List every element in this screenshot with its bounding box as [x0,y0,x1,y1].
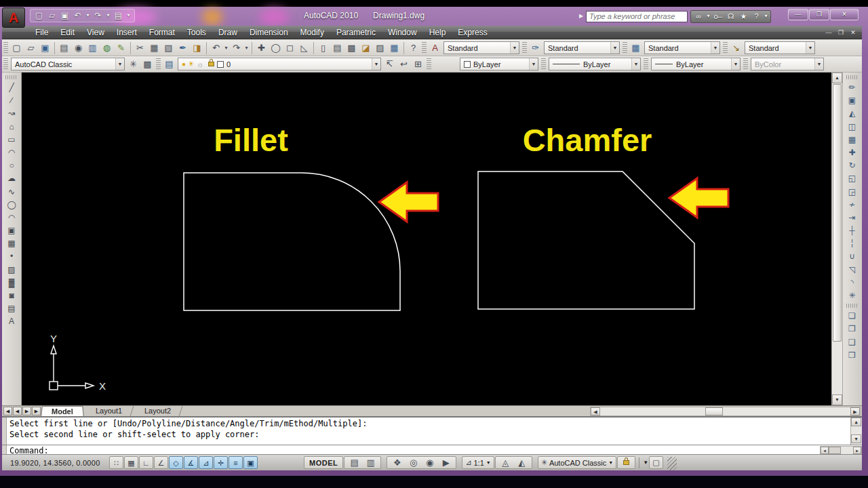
web-publish-icon[interactable]: ◍ [100,41,114,55]
canvas-horizontal-scrollbar[interactable]: ◀ ▶ [590,407,861,416]
new-icon[interactable]: ▢ [9,41,24,55]
first-tab-icon[interactable]: ◀ [3,407,12,415]
undo-dropdown-icon[interactable]: ▾ [223,41,229,55]
layout-space-icon[interactable]: ▥ [363,456,378,470]
binoculars-dropdown-icon[interactable]: ▾ [705,9,711,23]
toolbar-grip[interactable] [3,42,8,54]
snap-toggle[interactable]: ∷ [109,456,123,469]
menu-express[interactable]: Express [452,28,493,37]
grid-toggle[interactable]: ▦ [124,456,138,469]
plot-preview-icon[interactable]: ◉ [71,41,85,55]
chamfer-icon[interactable]: ◹ [843,264,861,277]
scroll-left-icon[interactable]: ◀ [821,447,829,454]
help-icon[interactable]: ? [406,41,420,55]
send-under-objects-icon[interactable]: ❒ [843,349,861,362]
next-tab-icon[interactable]: ▶ [22,407,31,415]
region-icon[interactable]: ◙ [2,289,21,302]
break-at-point-icon[interactable]: ┼ [843,224,861,237]
layer-dropdown[interactable]: ● ☀ ☼ 0 ▼ [178,58,381,70]
annotation-scale-button[interactable]: ⊿ 1:1 ▼ [462,456,494,469]
color-dropdown[interactable]: ByLayer ▼ [460,58,538,70]
construction-line-icon[interactable]: ∕ [2,94,21,107]
chevron-down-icon[interactable]: ▼ [806,42,814,54]
sheet-set-manager-icon[interactable]: ◪ [359,41,373,55]
block-editor-icon[interactable]: ◨ [190,41,204,55]
toolbar-grip[interactable] [156,58,161,70]
plot-icon[interactable]: ▤ [57,41,71,55]
join-icon[interactable]: ∪ [843,250,861,263]
search-arrow-icon[interactable]: ▶ [576,10,586,22]
zoom-status-icon[interactable]: ◎ [406,456,420,470]
fillet-icon[interactable]: ◝ [843,277,861,289]
command-vertical-scrollbar[interactable]: ▲ ▼ [850,418,862,445]
copy-clip-icon[interactable]: ▦ [147,41,161,55]
showmotion-icon[interactable]: ▶ [439,456,453,470]
maximize-button[interactable]: ❐ [809,9,829,20]
layer-on-icon[interactable]: ● [182,60,186,68]
redo-icon[interactable]: ↷ [229,41,243,55]
scroll-down-icon[interactable]: ▼ [832,394,842,405]
chamfer-shape[interactable] [478,171,694,309]
dyn-toggle[interactable]: ✛ [214,456,228,469]
publish-icon[interactable]: ▥ [85,41,100,55]
qat-undo-dropdown-icon[interactable]: ▾ [85,9,91,22]
my-workspace-icon[interactable]: ▩ [140,58,155,71]
qat-save-icon[interactable]: ▣ [59,9,71,22]
send-to-back-icon[interactable]: ❐ [843,323,861,336]
toolbar-grip[interactable] [846,75,858,79]
tab-layout1[interactable]: Layout1 [84,406,134,416]
layer-states-manager-icon[interactable]: ⊞ [411,58,425,71]
designcenter-icon[interactable]: ▤ [330,41,344,55]
lwt-toggle[interactable]: ≡ [229,456,243,469]
zoom-window-icon[interactable]: ◻ [283,41,297,55]
menu-format[interactable]: Format [143,28,181,37]
match-properties-icon[interactable]: ✒ [176,41,190,55]
clean-screen-button[interactable]: ▢ [649,456,663,469]
undo-icon[interactable]: ↶ [209,41,223,55]
doc-minimize-button[interactable]: — [824,29,833,36]
mleader-style-dropdown[interactable]: Standard ▼ [745,41,815,54]
menu-tools[interactable]: Tools [181,28,212,37]
rectangle-icon[interactable]: ▭ [2,134,21,146]
hatch-icon[interactable]: ▨ [2,264,21,277]
application-menu-button[interactable]: A [2,7,25,28]
offset-icon[interactable]: ◫ [843,121,861,134]
scroll-up-icon[interactable]: ▲ [832,73,842,83]
mirror-icon[interactable]: ◭ [843,107,861,120]
status-menu-icon[interactable]: ▼ [643,460,648,466]
mtext-icon[interactable]: A [2,315,21,328]
markup-icon[interactable]: ✎ [114,41,128,55]
layer-freeze-icon[interactable]: ☀ [188,60,195,68]
scale-icon[interactable]: ◱ [843,172,861,185]
zoom-realtime-icon[interactable]: ◯ [269,41,283,55]
lineweight-dropdown[interactable]: ByLayer ▼ [651,58,741,70]
qat-plot-icon[interactable]: ▤ [113,9,124,22]
model-space-icon[interactable]: ▤ [347,456,361,470]
annotation-autoscale-icon[interactable]: ◭ [515,456,529,470]
toolbar-grip[interactable] [422,42,427,54]
trim-icon[interactable]: ≁ [843,199,861,211]
properties-palette-icon[interactable]: ▯ [316,41,330,55]
help-dropdown-icon[interactable]: ▾ [763,9,769,23]
menu-modify[interactable]: Modify [294,28,330,37]
menu-dimension[interactable]: Dimension [243,28,294,37]
qat-open-icon[interactable]: ▱ [46,9,58,22]
paste-icon[interactable]: ▧ [161,41,176,55]
polar-toggle[interactable]: ∠ [154,456,168,469]
model-space-button[interactable]: MODEL [304,456,343,469]
bring-above-objects-icon[interactable]: ❑ [843,336,861,349]
circle-icon[interactable]: ○ [2,159,21,172]
array-icon[interactable]: ▦ [843,134,861,146]
menu-edit[interactable]: Edit [54,28,81,37]
search-binoculars-icon[interactable]: ∞ [692,9,705,23]
favorites-star-icon[interactable]: ★ [737,9,750,23]
menu-parametric[interactable]: Parametric [330,28,382,37]
copy-icon[interactable]: ▣ [843,94,861,107]
resize-grip[interactable] [667,457,677,470]
command-history[interactable]: Select first line or [Undo/Polyline/Dist… [7,418,850,443]
pan-realtime-icon[interactable]: ✚ [254,41,269,55]
markup-set-manager-icon[interactable]: ▨ [373,41,387,55]
layer-color-swatch[interactable] [217,61,224,68]
chevron-down-icon[interactable]: ▼ [631,58,640,70]
explode-icon[interactable]: ✳ [843,289,861,302]
